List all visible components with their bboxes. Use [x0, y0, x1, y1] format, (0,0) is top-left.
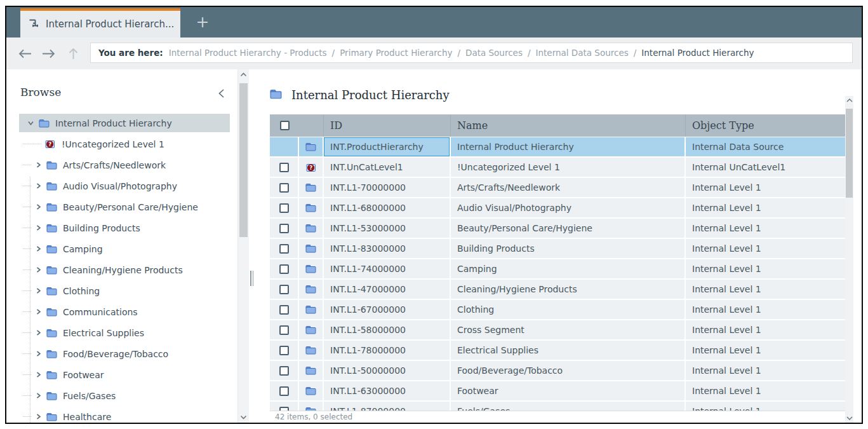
- expand-chevron-icon[interactable]: [34, 266, 42, 273]
- table-row-int-uncatlevel1[interactable]: ?INT.UnCatLevel1!Uncategorized Level 1In…: [270, 158, 851, 177]
- row-select-cell[interactable]: [270, 239, 299, 258]
- sidebar-scrollbar-thumb[interactable]: [239, 83, 248, 237]
- cell-object-type[interactable]: Internal Level 1: [686, 259, 851, 278]
- row-checkbox[interactable]: [279, 386, 289, 396]
- row-select-cell[interactable]: [270, 402, 299, 411]
- tree-item-cleaning-hygiene-products[interactable]: Cleaning/Hygiene Products: [19, 261, 230, 279]
- forward-button[interactable]: [41, 46, 57, 61]
- cell-name[interactable]: Internal Product Hierarchy: [451, 137, 686, 156]
- row-checkbox[interactable]: [279, 203, 289, 213]
- collapse-chevron-icon[interactable]: [27, 120, 34, 126]
- tree-item-arts-crafts-needlework[interactable]: Arts/Crafts/Needlework: [19, 156, 230, 174]
- scroll-up-icon[interactable]: [238, 72, 249, 77]
- breadcrumb-item-internal-data-sources[interactable]: Internal Data Sources: [536, 48, 629, 58]
- cell-name[interactable]: Food/Beverage/Tobacco: [451, 361, 686, 380]
- tree-item-building-products[interactable]: Building Products: [19, 219, 230, 237]
- row-select-cell[interactable]: [270, 300, 299, 319]
- expand-chevron-icon[interactable]: [34, 371, 42, 378]
- cell-id[interactable]: INT.L1-68000000: [324, 198, 451, 217]
- cell-name[interactable]: Clothing: [451, 300, 686, 319]
- row-checkbox[interactable]: [279, 244, 289, 254]
- tree-item-healthcare[interactable]: Healthcare: [19, 407, 230, 423]
- tree-item-electrical-supplies[interactable]: Electrical Supplies: [19, 323, 230, 342]
- table-row-int-l1-70000000[interactable]: INT.L1-70000000Arts/Crafts/NeedleworkInt…: [270, 178, 851, 197]
- row-select-cell[interactable]: [270, 178, 299, 197]
- cell-id[interactable]: INT.L1-67000000: [324, 300, 451, 319]
- id-column-header[interactable]: ID: [324, 114, 451, 137]
- cell-id[interactable]: INT.L1-74000000: [324, 259, 451, 278]
- row-select-cell[interactable]: [270, 137, 299, 156]
- cell-name[interactable]: Audio Visual/Photography: [451, 198, 686, 217]
- row-select-cell[interactable]: [270, 320, 299, 339]
- cell-id[interactable]: INT.L1-83000000: [324, 239, 451, 258]
- row-select-cell[interactable]: [270, 381, 299, 400]
- panel-splitter[interactable]: [249, 69, 255, 423]
- cell-name[interactable]: Beauty/Personal Care/Hygiene: [451, 219, 686, 238]
- cell-id[interactable]: INT.L1-53000000: [324, 219, 451, 238]
- scroll-up-icon[interactable]: [845, 99, 853, 102]
- row-select-cell[interactable]: [270, 341, 299, 360]
- expand-chevron-icon[interactable]: [34, 392, 42, 399]
- expand-chevron-icon[interactable]: [34, 329, 42, 336]
- row-checkbox[interactable]: [279, 163, 289, 172]
- row-checkbox[interactable]: [279, 285, 289, 294]
- tree-item-uncategorized-level-1[interactable]: ?!Uncategorized Level 1: [19, 135, 230, 153]
- cell-id[interactable]: INT.ProductHierarchy: [324, 137, 451, 156]
- cell-name[interactable]: Cross Segment: [451, 320, 686, 339]
- table-row-int-l1-74000000[interactable]: INT.L1-74000000CampingInternal Level 1: [270, 259, 851, 278]
- row-checkbox[interactable]: [279, 346, 289, 355]
- row-select-cell[interactable]: [270, 219, 299, 238]
- tree-item-beauty-personal-care-hygiene[interactable]: Beauty/Personal Care/Hygiene: [19, 198, 230, 216]
- cell-id[interactable]: INT.UnCatLevel1: [324, 158, 451, 177]
- table-row-int-producthierarchy[interactable]: INT.ProductHierarchyInternal Product Hie…: [270, 137, 851, 156]
- tree-item-audio-visual-photography[interactable]: Audio Visual/Photography: [19, 177, 230, 195]
- table-row-int-l1-78000000[interactable]: INT.L1-78000000Electrical SuppliesIntern…: [270, 341, 851, 360]
- tree-item-footwear[interactable]: Footwear: [19, 365, 230, 384]
- collapse-panel-button[interactable]: [215, 87, 227, 100]
- tab-internal-product-hierarchy[interactable]: Internal Product Hierarch...: [20, 8, 180, 37]
- splitter-handle-icon[interactable]: [250, 271, 253, 286]
- cell-object-type[interactable]: Internal Level 1: [686, 300, 851, 319]
- expand-chevron-icon[interactable]: [34, 287, 42, 294]
- new-tab-button[interactable]: +: [189, 7, 216, 36]
- cell-id[interactable]: INT.L1-58000000: [324, 320, 451, 339]
- name-column-header[interactable]: Name: [451, 114, 686, 137]
- cell-name[interactable]: Camping: [451, 259, 686, 278]
- table-row-int-l1-50000000[interactable]: INT.L1-50000000Food/Beverage/TobaccoInte…: [270, 361, 851, 380]
- breadcrumb-item-internal-product-hierarchy[interactable]: Internal Product Hierarchy: [641, 48, 754, 58]
- cell-name[interactable]: Electrical Supplies: [451, 341, 686, 360]
- select-all-checkbox[interactable]: [280, 121, 290, 130]
- row-checkbox[interactable]: [279, 305, 289, 315]
- tree-item-clothing[interactable]: Clothing: [19, 282, 230, 300]
- cell-object-type[interactable]: Internal Level 1: [686, 198, 851, 217]
- table-row-int-l1-53000000[interactable]: INT.L1-53000000Beauty/Personal Care/Hygi…: [270, 219, 851, 238]
- cell-name[interactable]: Footwear: [451, 381, 686, 400]
- tree-item-camping[interactable]: Camping: [19, 240, 230, 258]
- cell-object-type[interactable]: Internal Level 1: [686, 320, 851, 339]
- cell-name[interactable]: Building Products: [451, 239, 686, 258]
- cell-id[interactable]: INT.L1-78000000: [324, 341, 451, 360]
- cell-object-type[interactable]: Internal Level 1: [686, 341, 851, 360]
- expand-chevron-icon[interactable]: [34, 182, 42, 189]
- table-row-int-l1-68000000[interactable]: INT.L1-68000000Audio Visual/PhotographyI…: [270, 198, 851, 217]
- row-checkbox[interactable]: [279, 224, 289, 233]
- scroll-down-icon[interactable]: [845, 416, 853, 420]
- cell-object-type[interactable]: Internal Level 1: [686, 178, 851, 197]
- cell-id[interactable]: INT.L1-63000000: [324, 381, 451, 400]
- row-checkbox[interactable]: [279, 366, 289, 376]
- expand-chevron-icon[interactable]: [34, 350, 42, 357]
- cell-id[interactable]: INT.L1-87000000: [324, 402, 451, 411]
- cell-object-type[interactable]: Internal Level 1: [686, 239, 851, 258]
- table-row-int-l1-47000000[interactable]: INT.L1-47000000Cleaning/Hygiene Products…: [270, 280, 851, 299]
- tree-item-fuels-gases[interactable]: Fuels/Gases: [19, 386, 230, 405]
- sidebar-scrollbar[interactable]: [237, 69, 249, 423]
- breadcrumb-item-internal-product-hierarchy-products[interactable]: Internal Product Hierarchy - Products: [169, 48, 327, 58]
- cell-id[interactable]: INT.L1-70000000: [324, 178, 451, 197]
- cell-object-type[interactable]: Internal Level 1: [686, 280, 851, 299]
- tree-item-communications[interactable]: Communications: [19, 303, 230, 321]
- table-row-int-l1-63000000[interactable]: INT.L1-63000000FootwearInternal Level 1: [270, 381, 851, 400]
- cell-name[interactable]: Cleaning/Hygiene Products: [451, 280, 686, 299]
- object-type-column-header[interactable]: Object Type: [686, 114, 851, 137]
- table-row-int-l1-58000000[interactable]: INT.L1-58000000Cross SegmentInternal Lev…: [270, 320, 851, 339]
- breadcrumb-item-primary-product-hierarchy[interactable]: Primary Product Hierarchy: [340, 48, 452, 58]
